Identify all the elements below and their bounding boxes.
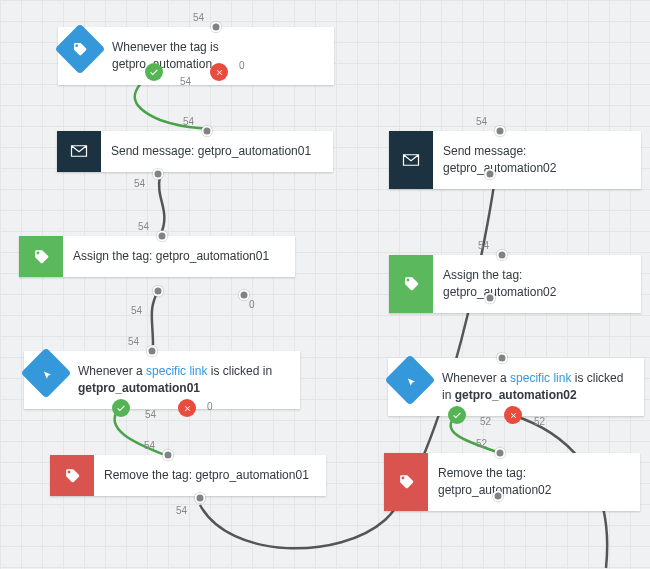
tag-icon xyxy=(19,236,63,277)
yes-badge[interactable] xyxy=(112,399,130,417)
trigger-tag-node[interactable]: Whenever the tag is getpro_automation xyxy=(58,27,334,85)
specific-link[interactable]: specific link xyxy=(146,364,207,378)
port-out-left-label: 54 xyxy=(131,305,142,316)
port-in-label: 54 xyxy=(476,116,487,127)
node-label: Send message: getpro_automation02 xyxy=(443,143,627,177)
port-yes-label: 54 xyxy=(145,409,156,420)
port-in[interactable] xyxy=(147,346,158,357)
port-out[interactable] xyxy=(153,169,164,180)
yes-badge[interactable] xyxy=(448,406,466,424)
port-in[interactable] xyxy=(497,353,508,364)
port-in[interactable] xyxy=(495,126,506,137)
tag-icon xyxy=(58,27,102,71)
port-in[interactable] xyxy=(157,231,168,242)
cursor-click-icon xyxy=(24,351,68,395)
send-message-node-1[interactable]: Send message: getpro_automation01 xyxy=(57,131,333,172)
tag-icon xyxy=(389,255,433,313)
port-out-right[interactable] xyxy=(239,290,250,301)
port-out[interactable] xyxy=(485,293,496,304)
port-in-label: 54 xyxy=(138,221,149,232)
remove-tag-node-2[interactable]: Remove the tag: getpro_automation02 xyxy=(384,453,640,511)
port-out-label: 54 xyxy=(134,178,145,189)
port-no-label: 52 xyxy=(534,416,545,427)
port-in[interactable] xyxy=(495,448,506,459)
node-label: Assign the tag: getpro_automation02 xyxy=(443,267,627,301)
node-label: Whenever a specific link is clicked in g… xyxy=(442,370,630,404)
envelope-icon xyxy=(389,131,433,189)
envelope-icon xyxy=(57,131,101,172)
port-out-left[interactable] xyxy=(153,286,164,297)
tag-icon xyxy=(50,455,94,496)
tag-icon xyxy=(384,453,428,511)
send-message-node-2[interactable]: Send message: getpro_automation02 xyxy=(389,131,641,189)
port-in[interactable] xyxy=(163,450,174,461)
port-out[interactable] xyxy=(485,169,496,180)
assign-tag-node-2[interactable]: Assign the tag: getpro_automation02 xyxy=(389,255,641,313)
port-in[interactable] xyxy=(202,126,213,137)
port-no-label: 0 xyxy=(239,60,245,71)
node-label: Send message: getpro_automation01 xyxy=(111,143,311,160)
port-in-label: 54 xyxy=(193,12,204,23)
port-in[interactable] xyxy=(497,250,508,261)
node-label: Whenever a specific link is clicked in g… xyxy=(78,363,286,397)
port-no-label: 0 xyxy=(207,401,213,412)
port-in-label: 54 xyxy=(144,440,155,451)
no-badge[interactable] xyxy=(504,406,522,424)
port-in[interactable] xyxy=(211,22,222,33)
port-yes-label: 52 xyxy=(480,416,491,427)
port-out-label: 54 xyxy=(176,505,187,516)
assign-tag-node-1[interactable]: Assign the tag: getpro_automation01 xyxy=(19,236,295,277)
yes-badge[interactable] xyxy=(145,63,163,81)
port-in-label: 52 xyxy=(476,438,487,449)
no-badge[interactable] xyxy=(210,63,228,81)
remove-tag-node-1[interactable]: Remove the tag: getpro_automation01 xyxy=(50,455,326,496)
no-badge[interactable] xyxy=(178,399,196,417)
port-yes-label: 54 xyxy=(180,76,191,87)
node-label: Remove the tag: getpro_automation02 xyxy=(438,465,626,499)
link-click-trigger-1[interactable]: Whenever a specific link is clicked in g… xyxy=(24,351,300,409)
cursor-click-icon xyxy=(388,358,432,402)
port-in-label: 54 xyxy=(478,240,489,251)
specific-link[interactable]: specific link xyxy=(510,371,571,385)
port-out[interactable] xyxy=(195,493,206,504)
port-in-label: 54 xyxy=(128,336,139,347)
port-out[interactable] xyxy=(493,491,504,502)
node-label: Remove the tag: getpro_automation01 xyxy=(104,467,309,484)
node-label: Assign the tag: getpro_automation01 xyxy=(73,248,269,265)
port-out-right-label: 0 xyxy=(249,299,255,310)
port-in-label: 54 xyxy=(183,116,194,127)
